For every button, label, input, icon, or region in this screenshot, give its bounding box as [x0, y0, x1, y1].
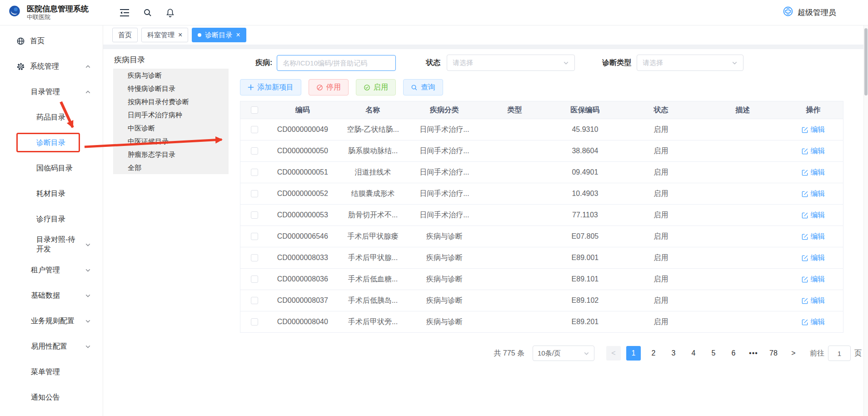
sidebar-item-10[interactable]: 基础数据	[0, 283, 103, 308]
row-checkbox[interactable]	[251, 126, 258, 133]
sidebar-item-13[interactable]: 菜单管理	[0, 359, 103, 385]
goto-page-input[interactable]	[828, 346, 851, 361]
edit-button[interactable]: 编辑	[802, 125, 825, 135]
page-size-select[interactable]: 10条/页	[533, 346, 594, 361]
tree-item-6[interactable]: 肿瘤形态学目录	[113, 148, 229, 161]
edit-button[interactable]: 编辑	[802, 211, 825, 220]
sidebar-item-8[interactable]: 目录对照-待开发	[0, 232, 103, 257]
prev-page-button[interactable]: <	[606, 346, 621, 361]
tree-item-4[interactable]: 中医诊断	[113, 121, 229, 135]
cell: CD0000000049	[269, 119, 337, 140]
edit-button[interactable]: 编辑	[802, 146, 825, 156]
ban-icon	[316, 84, 323, 91]
search-icon[interactable]	[143, 8, 152, 17]
row-checkbox[interactable]	[251, 254, 258, 261]
vertical-scrollbar[interactable]	[863, 25, 868, 416]
cell: E07.805	[550, 226, 620, 247]
enable-button[interactable]: 启用	[356, 79, 396, 95]
row-checkbox[interactable]	[251, 276, 258, 283]
tab-1[interactable]: 科室管理×	[141, 28, 188, 42]
cell: 结膜囊成形术	[337, 183, 409, 204]
edit-button[interactable]: 编辑	[802, 189, 825, 199]
sidebar-item-4[interactable]: 诊断目录	[0, 130, 103, 155]
row-checkbox[interactable]	[251, 297, 258, 304]
diagnosis-type-select[interactable]: 请选择	[637, 55, 743, 71]
tab-close-icon[interactable]: ×	[236, 31, 240, 39]
page-button-1[interactable]: 1	[626, 346, 641, 361]
sidebar-item-5[interactable]: 国临码目录	[0, 155, 103, 181]
tree-item-7[interactable]: 全部	[113, 161, 229, 174]
sidebar-item-7[interactable]: 诊疗目录	[0, 206, 103, 232]
query-button[interactable]: 查询	[403, 79, 443, 95]
row-checkbox[interactable]	[251, 147, 258, 155]
cell: 日间手术治疗...	[409, 162, 479, 183]
select-all-checkbox[interactable]	[251, 106, 258, 114]
cell: CD0000008040	[269, 311, 337, 332]
column-header-1: 名称	[337, 101, 409, 119]
tree-item-1[interactable]: 特慢病诊断目录	[113, 82, 229, 95]
sidebar-item-14[interactable]: 通知公告	[0, 385, 103, 410]
sidebar-item-3[interactable]: 药品目录	[0, 105, 103, 130]
sidebar-item-12[interactable]: 易用性配置	[0, 334, 103, 359]
chevron-up-icon	[85, 89, 91, 95]
page-button-6[interactable]: 6	[726, 346, 741, 361]
edit-button[interactable]: 编辑	[802, 253, 825, 263]
column-header-0: 编码	[269, 101, 337, 119]
row-checkbox[interactable]	[251, 169, 258, 176]
column-header-4: 医保编码	[550, 101, 620, 119]
tree-item-2[interactable]: 按病种目录付费诊断	[113, 95, 229, 108]
cell: 启用	[620, 290, 702, 311]
edit-button[interactable]: 编辑	[802, 317, 825, 327]
cell	[479, 311, 550, 332]
sidebar-item-11[interactable]: 业务规则配置	[0, 308, 103, 334]
next-page-button[interactable]: >	[786, 346, 801, 361]
row-checkbox[interactable]	[251, 233, 258, 240]
tree-item-5[interactable]: 中医证候目录	[113, 135, 229, 148]
edit-button[interactable]: 编辑	[802, 168, 825, 177]
page-button-3[interactable]: 3	[666, 346, 681, 361]
sidebar-item-6[interactable]: 耗材目录	[0, 181, 103, 206]
page-button-5[interactable]: 5	[706, 346, 721, 361]
tree-item-3[interactable]: 日间手术治疗病种	[113, 108, 229, 121]
cell: 手术后甲状腺瘘	[337, 226, 409, 247]
edit-icon	[802, 212, 808, 219]
sidebar-item-label: 目录管理	[31, 87, 60, 97]
edit-button[interactable]: 编辑	[802, 296, 825, 306]
app-subtitle: 中联医院	[27, 14, 89, 21]
medical-cross-icon	[783, 6, 793, 19]
cell: 肠系膜动脉结...	[337, 140, 409, 161]
row-checkbox[interactable]	[251, 190, 258, 197]
cell: 疾病与诊断	[409, 311, 479, 332]
bell-icon[interactable]	[166, 8, 175, 17]
status-select[interactable]: 请选择	[447, 55, 575, 71]
edit-button[interactable]: 编辑	[802, 232, 825, 241]
tab-bar: 首页科室管理×诊断目录×	[103, 25, 868, 45]
row-checkbox[interactable]	[251, 211, 258, 219]
sidebar-item-1[interactable]: 系统管理	[0, 54, 103, 79]
sidebar-item-2[interactable]: 目录管理	[0, 79, 103, 105]
column-header-2: 疾病分类	[409, 101, 479, 119]
cell: 手术后甲状旁...	[337, 311, 409, 332]
tab-0[interactable]: 首页	[112, 28, 138, 42]
sidebar-item-9[interactable]: 租户管理	[0, 257, 103, 283]
disable-button[interactable]: 停用	[309, 79, 349, 95]
add-item-button[interactable]: 添加新项目	[240, 79, 301, 95]
disease-search-input[interactable]	[277, 55, 396, 71]
collapse-menu-icon[interactable]	[120, 9, 130, 17]
cell: 09.4901	[550, 162, 620, 183]
page-button-2[interactable]: 2	[646, 346, 661, 361]
tab-2[interactable]: 诊断目录×	[192, 28, 246, 42]
tab-close-icon[interactable]: ×	[178, 31, 182, 39]
page-button-78[interactable]: 78	[766, 346, 781, 361]
page-button-4[interactable]: 4	[686, 346, 701, 361]
scrollbar-thumb[interactable]	[864, 28, 868, 95]
sidebar-item-0[interactable]: 首页	[0, 28, 103, 54]
tree-item-0[interactable]: 疾病与诊断	[113, 69, 229, 82]
cell: 空肠-乙状结肠...	[337, 119, 409, 140]
chevron-up-icon	[85, 64, 91, 70]
user-area[interactable]: 超级管理员	[783, 6, 836, 19]
edit-button[interactable]: 编辑	[802, 275, 825, 284]
cell	[702, 247, 783, 268]
sidebar-item-label: 系统管理	[30, 62, 59, 71]
row-checkbox[interactable]	[251, 318, 258, 326]
